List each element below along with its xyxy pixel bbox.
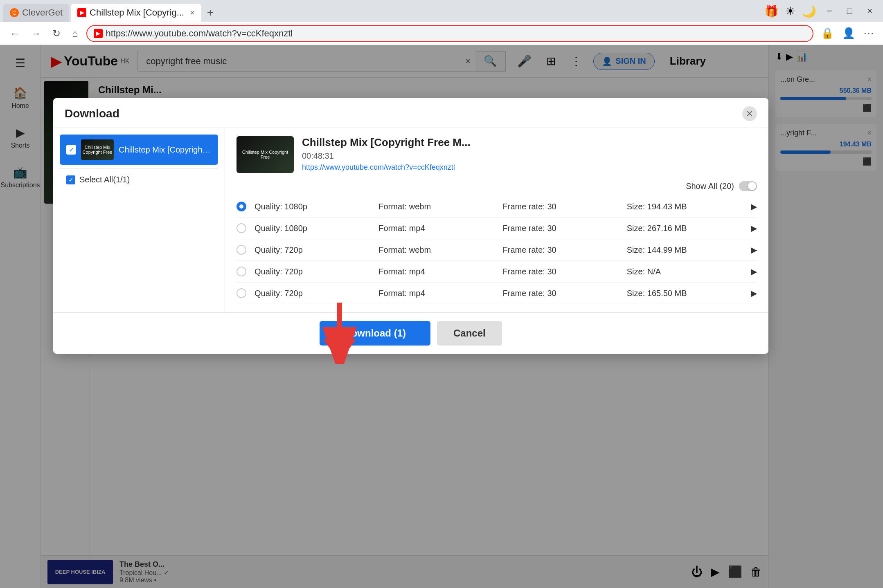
quality-label-0: Quality: 1080p <box>255 202 378 211</box>
quality-label-4: Quality: 720p <box>255 289 378 298</box>
address-bar[interactable]: ▶ https://www.youtube.com/watch?v=ccKfeq… <box>86 25 814 42</box>
browser-top-controls: 🎁 ☀ 🌙 − □ × <box>764 3 876 19</box>
video-icon-1: ▶ <box>751 223 757 233</box>
quality-radio-2[interactable] <box>237 245 246 255</box>
browser-chrome: C CleverGet ▶ Chillstep Mix [Copyrig... … <box>0 0 883 45</box>
show-all-label: Show All (20) <box>686 182 734 191</box>
quality-row-4[interactable]: Quality: 720p Format: mp4 Frame rate: 30… <box>237 283 757 304</box>
select-all-row: ✓ Select All(1/1) <box>60 168 218 191</box>
quality-label-1: Quality: 1080p <box>255 224 378 233</box>
content-area: ☰ 🏠 Home ▶ Shorts 📺 Subscriptions ▶ YouT… <box>0 45 883 588</box>
selected-video-title: Chillstep Mix [Copyright Free Mu... <box>119 145 212 155</box>
moon-icon[interactable]: 🌙 <box>802 4 816 18</box>
dialog-close-button[interactable]: × <box>742 106 757 121</box>
quality-row-1[interactable]: Quality: 1080p Format: mp4 Frame rate: 3… <box>237 218 757 239</box>
framerate-label-3: Frame rate: 30 <box>503 267 627 276</box>
refresh-button[interactable]: ↻ <box>49 25 64 42</box>
tab-bar: C CleverGet ▶ Chillstep Mix [Copyrig... … <box>0 0 883 22</box>
quality-radio-0[interactable] <box>237 202 246 211</box>
tab-cleverget[interactable]: C CleverGet <box>3 4 69 22</box>
video-icon-2: ▶ <box>751 245 757 255</box>
size-label-4: Size: 165.50 MB <box>627 289 751 298</box>
toggle-knob <box>748 182 756 190</box>
cancel-button[interactable]: Cancel <box>437 321 502 346</box>
size-label-1: Size: 267.16 MB <box>627 224 751 233</box>
address-url: https://www.youtube.com/watch?v=ccKfeqxn… <box>106 28 806 39</box>
dialog-video-duration: 00:48:31 <box>302 151 471 161</box>
dialog-footer: Download (1) Cancel <box>53 312 768 354</box>
framerate-label-2: Frame rate: 30 <box>503 245 627 255</box>
lock-icon[interactable]: 🔒 <box>818 25 836 42</box>
size-label-3: Size: N/A <box>627 267 751 276</box>
browser-more-icon[interactable]: ⋯ <box>861 25 876 42</box>
quality-label-2: Quality: 720p <box>255 245 378 255</box>
forward-button[interactable]: → <box>28 25 44 42</box>
quality-row-2[interactable]: Quality: 720p Format: webm Frame rate: 3… <box>237 239 757 261</box>
dialog-right-panel: Chillstep Mix Copyright Free Chillstep M… <box>225 128 768 312</box>
framerate-label-4: Frame rate: 30 <box>503 289 627 298</box>
profile-icon[interactable]: 👤 <box>840 25 858 42</box>
tab-cleverget-label: CleverGet <box>22 7 63 18</box>
brightness-icon[interactable]: ☀ <box>785 4 795 18</box>
selected-video-thumb: Chillstep Mix Copyright Free <box>81 139 114 160</box>
selected-check-icon: ✓ <box>66 145 76 155</box>
dialog-header: Download × <box>53 98 768 128</box>
video-icon-3: ▶ <box>751 267 757 276</box>
minimize-button[interactable]: − <box>823 3 836 19</box>
show-all-toggle[interactable] <box>739 181 757 191</box>
format-label-0: Format: webm <box>378 202 502 211</box>
video-icon-4: ▶ <box>751 288 757 298</box>
dialog-title: Download <box>65 107 119 120</box>
nav-icons: 🔒 👤 ⋯ <box>818 25 876 42</box>
dialog-video-info: Chillstep Mix Copyright Free Chillstep M… <box>237 136 757 173</box>
dialog-left-panel: ✓ Chillstep Mix Copyright Free Chillstep… <box>53 128 225 312</box>
dialog-video-details: Chillstep Mix [Copyright Free M... 00:48… <box>302 136 471 173</box>
quality-list: Quality: 1080p Format: webm Frame rate: … <box>237 196 757 304</box>
tab-youtube[interactable]: ▶ Chillstep Mix [Copyrig... × <box>71 4 201 22</box>
format-label-4: Format: mp4 <box>378 289 502 298</box>
youtube-favicon: ▶ <box>77 8 86 17</box>
format-label-1: Format: mp4 <box>378 224 502 233</box>
tab-close-icon[interactable]: × <box>190 8 195 18</box>
video-icon-0: ▶ <box>751 202 757 211</box>
annotation-arrow <box>319 298 360 366</box>
format-label-3: Format: mp4 <box>378 267 502 276</box>
svg-marker-2 <box>323 339 356 362</box>
maximize-button[interactable]: □ <box>843 3 856 19</box>
size-label-2: Size: 144.99 MB <box>627 245 751 255</box>
format-label-2: Format: webm <box>378 245 502 255</box>
dialog-video-url: https://www.youtube.com/watch?v=ccKfeqxn… <box>302 163 471 172</box>
selected-video-item: ✓ Chillstep Mix Copyright Free Chillstep… <box>60 135 218 165</box>
close-button[interactable]: × <box>863 3 876 19</box>
quality-row-0[interactable]: Quality: 1080p Format: webm Frame rate: … <box>237 196 757 218</box>
dialog-video-title-text: Chillstep Mix [Copyright Free M... <box>302 136 471 149</box>
quality-radio-4[interactable] <box>237 288 246 298</box>
tab-youtube-label: Chillstep Mix [Copyrig... <box>90 7 184 18</box>
new-tab-button[interactable]: + <box>203 4 218 21</box>
address-bar-favicon: ▶ <box>94 29 103 38</box>
select-all-checkbox[interactable]: ✓ <box>66 175 75 184</box>
quality-row-3[interactable]: Quality: 720p Format: mp4 Frame rate: 30… <box>237 261 757 283</box>
dialog-video-thumbnail: Chillstep Mix Copyright Free <box>237 136 294 173</box>
quality-radio-1[interactable] <box>237 223 246 233</box>
gift-icon[interactable]: 🎁 <box>764 4 779 18</box>
download-dialog: Download × ✓ Chillstep Mix Copyright Fre… <box>53 98 768 354</box>
back-button[interactable]: ← <box>7 25 23 42</box>
home-button[interactable]: ⌂ <box>69 25 81 42</box>
nav-bar: ← → ↻ ⌂ ▶ https://www.youtube.com/watch?… <box>0 22 883 45</box>
select-all-label: Select All(1/1) <box>79 175 130 184</box>
cleverget-favicon: C <box>10 8 19 17</box>
framerate-label-0: Frame rate: 30 <box>503 202 627 211</box>
show-all-row: Show All (20) <box>237 181 757 191</box>
framerate-label-1: Frame rate: 30 <box>503 224 627 233</box>
size-label-0: Size: 194.43 MB <box>627 202 751 211</box>
dialog-body: ✓ Chillstep Mix Copyright Free Chillstep… <box>53 128 768 312</box>
quality-radio-3[interactable] <box>237 267 246 276</box>
quality-label-3: Quality: 720p <box>255 267 378 276</box>
